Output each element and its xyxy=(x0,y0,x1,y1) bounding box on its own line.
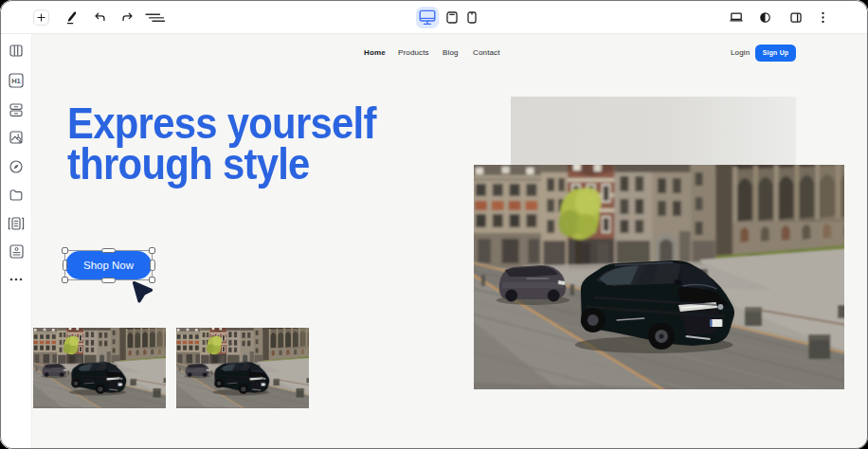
svg-text:H1: H1 xyxy=(11,77,21,85)
